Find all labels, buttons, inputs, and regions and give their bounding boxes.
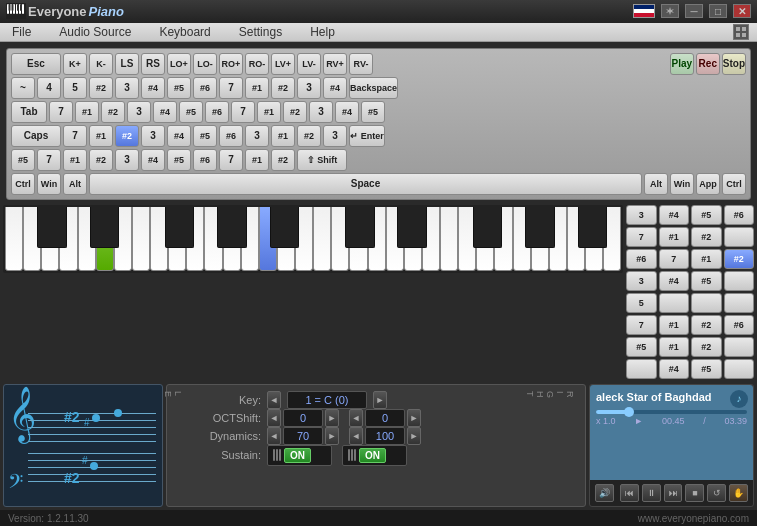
rs-key[interactable]: RS [141, 53, 165, 75]
key-sharp2-1[interactable]: #2 [89, 77, 113, 99]
np-3-2[interactable]: 3 [626, 271, 657, 291]
key-4[interactable]: 4 [37, 77, 61, 99]
key-sharp1-7[interactable]: #1 [245, 149, 269, 171]
key-sharp5-4[interactable]: #5 [193, 125, 217, 147]
rv-plus-key[interactable]: RV+ [323, 53, 347, 75]
menu-audio-source[interactable]: Audio Source [55, 23, 135, 41]
key-sharp4-6[interactable]: #4 [141, 149, 165, 171]
np-s2-highlighted[interactable]: #2 [724, 249, 755, 269]
key-sharp2-highlighted[interactable]: #2 [115, 125, 139, 147]
key-3-6[interactable]: 3 [245, 125, 269, 147]
piano-key-white[interactable] [5, 207, 23, 271]
close-button[interactable]: ✕ [733, 4, 751, 18]
oct-right-arrow-1[interactable]: ► [325, 409, 339, 427]
key-sharp1-1[interactable]: #1 [245, 77, 269, 99]
key-sharp5-6[interactable]: #5 [167, 149, 191, 171]
key-sharp6-3[interactable]: #6 [219, 125, 243, 147]
np-s1-1[interactable]: #1 [659, 227, 690, 247]
media-next-button[interactable]: ⏭ [664, 484, 683, 502]
dyn-left-arrow-2[interactable]: ◄ [349, 427, 363, 445]
piano-key-white[interactable] [78, 207, 96, 271]
dyn-right-arrow-2[interactable]: ► [407, 427, 421, 445]
key-3-5[interactable]: 3 [141, 125, 165, 147]
ls-key[interactable]: LS [115, 53, 139, 75]
np-7-2[interactable]: 7 [659, 249, 690, 269]
piano-key-white[interactable] [531, 207, 549, 271]
win-right-key[interactable]: Win [670, 173, 694, 195]
menu-help[interactable]: Help [306, 23, 339, 41]
piano-key-white[interactable] [295, 207, 313, 271]
np-s5-3[interactable]: #5 [626, 337, 657, 357]
piano-key-white[interactable] [476, 207, 494, 271]
key-sharp4-3[interactable]: #4 [153, 101, 177, 123]
play-button[interactable]: Play [670, 53, 694, 75]
key-sharp6-2[interactable]: #6 [205, 101, 229, 123]
piano-key-white[interactable] [41, 207, 59, 271]
key-sharp5-1[interactable]: #5 [167, 77, 191, 99]
np-s6-2[interactable]: #6 [626, 249, 657, 269]
key-7-5[interactable]: 7 [37, 149, 61, 171]
piano-key-white[interactable] [241, 207, 259, 271]
key-7-3[interactable]: 7 [231, 101, 255, 123]
key-sharp1-3[interactable]: #1 [257, 101, 281, 123]
key-sharp6-4[interactable]: #6 [193, 149, 217, 171]
stop-button[interactable]: Stop [722, 53, 746, 75]
lv-minus-key[interactable]: LV- [297, 53, 321, 75]
key-sharp5-3[interactable]: #5 [361, 101, 385, 123]
piano-key-white-green[interactable] [96, 207, 114, 271]
ctrl-left-key[interactable]: Ctrl [11, 173, 35, 195]
flag-icon[interactable] [633, 4, 655, 18]
media-prev-button[interactable]: ⏮ [620, 484, 639, 502]
media-hand-icon[interactable]: ✋ [729, 484, 748, 502]
np-s5-1[interactable]: #5 [691, 205, 722, 225]
piano-key-white[interactable] [349, 207, 367, 271]
win-left-key[interactable]: Win [37, 173, 61, 195]
key-3-2[interactable]: 3 [297, 77, 321, 99]
key-7-6[interactable]: 7 [219, 149, 243, 171]
key-3-3[interactable]: 3 [127, 101, 151, 123]
backspace-key[interactable]: Backspace [349, 77, 398, 99]
dyn-right-arrow-1[interactable]: ► [325, 427, 339, 445]
np-s2-3[interactable]: #2 [691, 337, 722, 357]
np-7-3[interactable]: 7 [626, 315, 657, 335]
piano-key-white[interactable] [549, 207, 567, 271]
piano-key-white[interactable] [186, 207, 204, 271]
np-s1-4[interactable]: #1 [659, 337, 690, 357]
key-sharp1-4[interactable]: #1 [89, 125, 113, 147]
piano-key-white[interactable] [331, 207, 349, 271]
key-7-1[interactable]: 7 [219, 77, 243, 99]
piano-key-white[interactable] [513, 207, 531, 271]
tab-key[interactable]: Tab [11, 101, 47, 123]
oct-left-arrow-1[interactable]: ◄ [267, 409, 281, 427]
menu-keyboard[interactable]: Keyboard [155, 23, 214, 41]
alt-left-key[interactable]: Alt [63, 173, 87, 195]
settings-icon[interactable] [661, 4, 679, 18]
lo-minus-key[interactable]: LO- [193, 53, 217, 75]
caps-key[interactable]: Caps [11, 125, 61, 147]
key-sharp2-6[interactable]: #2 [89, 149, 113, 171]
np-s4-2[interactable]: #4 [659, 271, 690, 291]
piano-key-white[interactable] [150, 207, 168, 271]
sustain-group-left[interactable]: ON [267, 445, 332, 466]
sustain-group-right[interactable]: ON [342, 445, 407, 466]
piano-key-white[interactable] [313, 207, 331, 271]
k-minus-key[interactable]: K- [89, 53, 113, 75]
shift-key[interactable]: ⇧ Shift [297, 149, 347, 171]
piano-key-white[interactable] [59, 207, 77, 271]
key-sharp2-4[interactable]: #2 [283, 101, 307, 123]
piano-key-white[interactable] [603, 207, 621, 271]
piano-key-white[interactable] [494, 207, 512, 271]
key-sharp1-2[interactable]: #1 [75, 101, 99, 123]
key-7-2[interactable]: 7 [49, 101, 73, 123]
key-5[interactable]: 5 [63, 77, 87, 99]
np-s5-4[interactable]: #5 [691, 359, 722, 379]
menu-settings[interactable]: Settings [235, 23, 286, 41]
np-5-1[interactable]: 5 [626, 293, 657, 313]
key-sharp5-2[interactable]: #5 [179, 101, 203, 123]
piano-key-white[interactable] [114, 207, 132, 271]
key-3-8[interactable]: 3 [115, 149, 139, 171]
maximize-button[interactable]: □ [709, 4, 727, 18]
piano-key-white[interactable] [368, 207, 386, 271]
piano-key-white[interactable] [23, 207, 41, 271]
piano-key-white[interactable] [223, 207, 241, 271]
